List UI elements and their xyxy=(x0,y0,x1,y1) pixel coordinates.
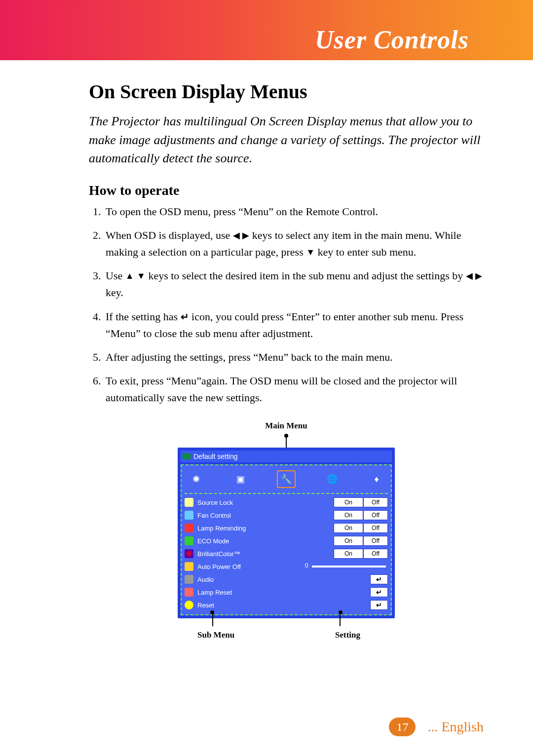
main-menu-label: Main Menu xyxy=(178,421,395,431)
arrow-left-icon: ◀ xyxy=(233,229,240,243)
step-2: When OSD is displayed, use ◀ ▶ keys to s… xyxy=(104,227,484,261)
header-title: User Controls xyxy=(315,25,469,54)
row-brilliant-color[interactable]: BrilliantColor™ On Off xyxy=(185,547,388,560)
on-button[interactable]: On xyxy=(334,510,363,520)
row-label: Fan Control xyxy=(197,512,266,519)
toggle[interactable]: On Off xyxy=(334,549,388,559)
row-source-lock[interactable]: Source Lock On Off xyxy=(185,496,388,509)
step-3: Use ▲ ▼ keys to select the desired item … xyxy=(104,267,484,301)
toggle[interactable]: On Off xyxy=(334,536,388,546)
toggle[interactable]: On Off xyxy=(334,510,388,520)
osd-titlebar: Default setting xyxy=(181,451,392,462)
eco-icon xyxy=(185,536,193,545)
dot-icon xyxy=(339,610,343,614)
pointer-dot-icon xyxy=(284,434,288,438)
row-label: ECO Mode xyxy=(197,537,266,545)
fan-icon xyxy=(185,511,193,520)
row-audio[interactable]: Audio ↵ xyxy=(185,573,388,586)
row-label: Lamp Reset xyxy=(197,589,266,596)
row-auto-power-off[interactable]: Auto Power Off 0 xyxy=(185,560,388,573)
row-label: BrilliantColor™ xyxy=(197,550,266,558)
row-label: Reset xyxy=(197,602,266,609)
power-off-icon xyxy=(185,562,193,571)
arrow-right-icon: ▶ xyxy=(242,229,249,243)
off-button[interactable]: Off xyxy=(363,549,388,559)
audio-icon xyxy=(185,575,193,584)
row-reset[interactable]: Reset ↵ xyxy=(185,599,388,611)
page-number: 17 xyxy=(389,718,416,736)
color-icon xyxy=(185,549,193,558)
row-label: Lamp Reminding xyxy=(197,525,266,532)
section-title: On Screen Display Menus xyxy=(89,80,484,103)
content-area: On Screen Display Menus The Projector ha… xyxy=(0,60,533,640)
tab-image-icon[interactable]: ✺ xyxy=(188,471,204,487)
lamp-reset-icon xyxy=(185,588,193,597)
enter-icon: ↵ xyxy=(181,309,189,325)
on-button[interactable]: On xyxy=(334,549,363,559)
reset-icon xyxy=(185,601,193,609)
row-label: Auto Power Off xyxy=(197,563,266,570)
arrow-up-icon: ▲ xyxy=(125,269,134,283)
toggle[interactable]: On Off xyxy=(334,497,388,507)
section-intro: The Projector has multilingual On Screen… xyxy=(89,112,484,168)
dot-icon xyxy=(210,610,214,614)
sub-menu-label: Sub Menu xyxy=(197,630,234,640)
arrow-down-icon: ▼ xyxy=(137,269,146,283)
osd-diagram: Main Menu Default setting ✺ ▣ 🔧 🌐 ♦ Sour… xyxy=(178,421,395,640)
page-footer: 17 ... English xyxy=(389,718,484,736)
pointer-line xyxy=(286,438,287,448)
arrow-left-icon: ◀ xyxy=(466,269,473,283)
off-button[interactable]: Off xyxy=(363,536,388,546)
flag-icon xyxy=(183,454,190,459)
osd-body: ✺ ▣ 🔧 🌐 ♦ Source Lock On Off Fan xyxy=(181,464,392,615)
steps-list: To open the OSD menu, press “Menu” on th… xyxy=(89,203,484,406)
step-3a: Use xyxy=(106,269,125,282)
row-lamp-reminding[interactable]: Lamp Reminding On Off xyxy=(185,522,388,534)
section-subtitle: How to operate xyxy=(89,183,484,198)
tab-management-icon[interactable]: 🔧 xyxy=(277,470,296,488)
tab-language-icon[interactable]: 🌐 xyxy=(324,471,341,487)
tab-display-icon[interactable]: ▣ xyxy=(232,471,249,487)
osd-window: Default setting ✺ ▣ 🔧 🌐 ♦ Source Lock On… xyxy=(178,448,395,618)
arrow-down-icon: ▼ xyxy=(306,246,315,260)
step-6: To exit, press “Menu”again. The OSD menu… xyxy=(104,373,484,406)
enter-submenu-icon[interactable]: ↵ xyxy=(370,587,388,597)
enter-submenu-icon[interactable]: ↵ xyxy=(370,600,388,610)
row-fan-control[interactable]: Fan Control On Off xyxy=(185,509,388,522)
source-lock-icon xyxy=(185,498,193,507)
enter-submenu-icon[interactable]: ↵ xyxy=(370,574,388,584)
annot-line-submenu xyxy=(212,613,213,626)
annotations: Sub Menu Setting xyxy=(178,630,395,640)
on-button[interactable]: On xyxy=(334,497,363,507)
row-eco-mode[interactable]: ECO Mode On Off xyxy=(185,534,388,547)
step-1: To open the OSD menu, press “Menu” on th… xyxy=(104,203,484,220)
on-button[interactable]: On xyxy=(334,523,363,533)
step-3c: key. xyxy=(106,286,123,299)
step-5: After adjusting the settings, press “Men… xyxy=(104,349,484,366)
row-label: Source Lock xyxy=(197,499,266,506)
slider[interactable]: 0 xyxy=(312,566,386,567)
language-label: ... English xyxy=(427,719,484,735)
page-header: User Controls xyxy=(0,0,533,60)
row-lamp-reset[interactable]: Lamp Reset ↵ xyxy=(185,586,388,599)
osd-window-title: Default setting xyxy=(193,453,238,460)
tab-lamp-icon[interactable]: ♦ xyxy=(368,471,385,487)
on-button[interactable]: On xyxy=(334,536,363,546)
toggle[interactable]: On Off xyxy=(334,523,388,533)
osd-tab-row: ✺ ▣ 🔧 🌐 ♦ xyxy=(185,468,388,494)
slider-value: 0 xyxy=(305,562,308,569)
step-4: If the setting has ↵ icon, you could pre… xyxy=(104,308,484,342)
off-button[interactable]: Off xyxy=(363,510,388,520)
step-2a: When OSD is displayed, use xyxy=(106,229,233,241)
step-3b: keys to select the desired item in the s… xyxy=(148,269,465,282)
arrow-right-icon: ▶ xyxy=(475,269,482,283)
off-button[interactable]: Off xyxy=(363,497,388,507)
setting-label: Setting xyxy=(335,630,360,640)
step-2c: key to enter sub menu. xyxy=(318,246,417,258)
row-label: Audio xyxy=(197,576,266,583)
annot-line-setting xyxy=(340,613,341,626)
lamp-remind-icon xyxy=(185,524,193,532)
off-button[interactable]: Off xyxy=(363,523,388,533)
step-4a: If the setting has xyxy=(106,310,181,323)
